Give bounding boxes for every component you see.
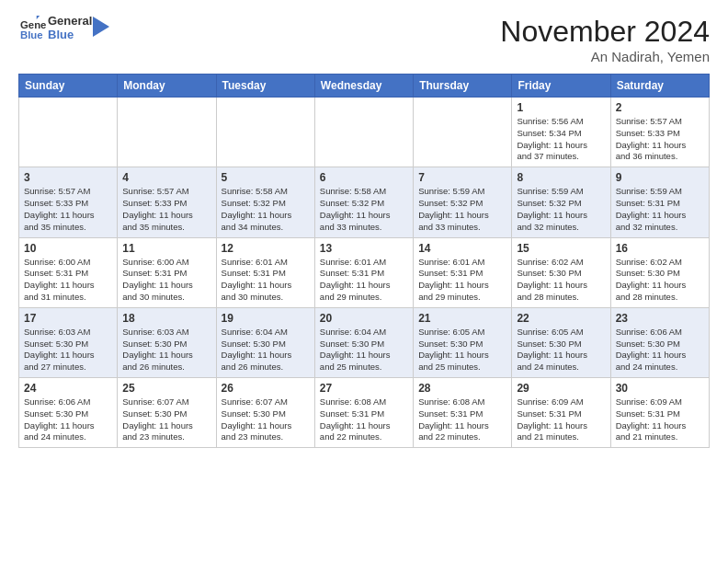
day-number: 10 — [24, 242, 112, 255]
table-row: 28Sunrise: 6:08 AM Sunset: 5:31 PM Dayli… — [414, 378, 512, 448]
header-saturday: Saturday — [610, 75, 709, 98]
day-info: Sunrise: 5:59 AM Sunset: 5:31 PM Dayligh… — [616, 186, 704, 233]
header-friday: Friday — [512, 75, 610, 98]
day-number: 13 — [320, 242, 408, 255]
day-info: Sunrise: 6:08 AM Sunset: 5:31 PM Dayligh… — [418, 396, 506, 443]
table-row: 29Sunrise: 6:09 AM Sunset: 5:31 PM Dayli… — [512, 378, 610, 448]
day-info: Sunrise: 6:05 AM Sunset: 5:30 PM Dayligh… — [418, 327, 506, 373]
day-number: 19 — [222, 312, 310, 325]
day-number: 23 — [616, 312, 704, 325]
page: General Blue General Blue November 2024 … — [0, 0, 728, 563]
svg-text:Blue: Blue — [20, 29, 43, 40]
day-info: Sunrise: 6:09 AM Sunset: 5:31 PM Dayligh… — [616, 396, 704, 443]
table-row: 23Sunrise: 6:06 AM Sunset: 5:30 PM Dayli… — [610, 307, 709, 377]
table-row: 16Sunrise: 6:02 AM Sunset: 5:30 PM Dayli… — [610, 237, 709, 307]
table-row: 8Sunrise: 5:59 AM Sunset: 5:32 PM Daylig… — [512, 167, 610, 237]
day-number: 30 — [616, 382, 704, 395]
table-row: 26Sunrise: 6:07 AM Sunset: 5:30 PM Dayli… — [216, 378, 314, 448]
table-row — [314, 98, 413, 167]
day-info: Sunrise: 5:57 AM Sunset: 5:33 PM Dayligh… — [616, 116, 704, 163]
day-info: Sunrise: 6:01 AM Sunset: 5:31 PM Dayligh… — [222, 257, 310, 304]
logo-arrow-icon — [93, 17, 109, 37]
day-number: 8 — [517, 171, 605, 184]
day-number: 22 — [517, 312, 605, 325]
calendar-week-row: 24Sunrise: 6:06 AM Sunset: 5:30 PM Dayli… — [19, 378, 710, 448]
day-number: 11 — [122, 242, 210, 255]
day-info: Sunrise: 6:01 AM Sunset: 5:31 PM Dayligh… — [418, 257, 506, 304]
table-row: 15Sunrise: 6:02 AM Sunset: 5:30 PM Dayli… — [512, 237, 610, 307]
logo-general: General — [48, 14, 92, 28]
day-info: Sunrise: 6:04 AM Sunset: 5:30 PM Dayligh… — [222, 327, 310, 373]
table-row — [414, 98, 512, 167]
header-sunday: Sunday — [19, 75, 118, 98]
day-number: 6 — [320, 171, 408, 184]
day-info: Sunrise: 6:02 AM Sunset: 5:30 PM Dayligh… — [517, 257, 605, 304]
table-row: 22Sunrise: 6:05 AM Sunset: 5:30 PM Dayli… — [512, 307, 610, 377]
table-row: 10Sunrise: 6:00 AM Sunset: 5:31 PM Dayli… — [19, 237, 118, 307]
day-number: 9 — [616, 171, 704, 184]
day-number: 5 — [222, 171, 310, 184]
day-info: Sunrise: 5:58 AM Sunset: 5:32 PM Dayligh… — [222, 186, 310, 233]
table-row: 11Sunrise: 6:00 AM Sunset: 5:31 PM Dayli… — [118, 237, 216, 307]
calendar-week-row: 1Sunrise: 5:56 AM Sunset: 5:34 PM Daylig… — [19, 98, 710, 167]
day-info: Sunrise: 6:02 AM Sunset: 5:30 PM Dayligh… — [616, 257, 704, 304]
day-info: Sunrise: 6:06 AM Sunset: 5:30 PM Dayligh… — [616, 327, 704, 373]
day-info: Sunrise: 5:56 AM Sunset: 5:34 PM Dayligh… — [517, 116, 605, 163]
table-row — [216, 98, 314, 167]
day-info: Sunrise: 6:05 AM Sunset: 5:30 PM Dayligh… — [517, 327, 605, 373]
table-row: 5Sunrise: 5:58 AM Sunset: 5:32 PM Daylig… — [216, 167, 314, 237]
calendar-header-row: Sunday Monday Tuesday Wednesday Thursday… — [19, 75, 710, 98]
day-number: 24 — [24, 382, 112, 395]
table-row: 30Sunrise: 6:09 AM Sunset: 5:31 PM Dayli… — [610, 378, 709, 448]
header-monday: Monday — [118, 75, 216, 98]
day-info: Sunrise: 6:08 AM Sunset: 5:31 PM Dayligh… — [320, 396, 408, 443]
day-info: Sunrise: 6:04 AM Sunset: 5:30 PM Dayligh… — [320, 327, 408, 373]
header-thursday: Thursday — [414, 75, 512, 98]
day-number: 25 — [122, 382, 210, 395]
table-row: 9Sunrise: 5:59 AM Sunset: 5:31 PM Daylig… — [610, 167, 709, 237]
day-number: 16 — [616, 242, 704, 255]
table-row: 17Sunrise: 6:03 AM Sunset: 5:30 PM Dayli… — [19, 307, 118, 377]
day-number: 7 — [418, 171, 506, 184]
day-info: Sunrise: 6:01 AM Sunset: 5:31 PM Dayligh… — [320, 257, 408, 304]
table-row: 19Sunrise: 6:04 AM Sunset: 5:30 PM Dayli… — [216, 307, 314, 377]
day-number: 18 — [122, 312, 210, 325]
table-row: 20Sunrise: 6:04 AM Sunset: 5:30 PM Dayli… — [314, 307, 413, 377]
day-info: Sunrise: 5:59 AM Sunset: 5:32 PM Dayligh… — [517, 186, 605, 233]
logo: General Blue General Blue — [18, 15, 109, 42]
table-row: 1Sunrise: 5:56 AM Sunset: 5:34 PM Daylig… — [512, 98, 610, 167]
logo-blue: Blue — [48, 28, 74, 41]
day-number: 27 — [320, 382, 408, 395]
table-row: 25Sunrise: 6:07 AM Sunset: 5:30 PM Dayli… — [118, 378, 216, 448]
header: General Blue General Blue November 2024 … — [18, 15, 710, 64]
day-number: 14 — [418, 242, 506, 255]
table-row: 14Sunrise: 6:01 AM Sunset: 5:31 PM Dayli… — [414, 237, 512, 307]
svg-text:General: General — [20, 19, 46, 30]
calendar-week-row: 3Sunrise: 5:57 AM Sunset: 5:33 PM Daylig… — [19, 167, 710, 237]
table-row: 12Sunrise: 6:01 AM Sunset: 5:31 PM Dayli… — [216, 237, 314, 307]
day-info: Sunrise: 6:06 AM Sunset: 5:30 PM Dayligh… — [24, 396, 112, 443]
header-tuesday: Tuesday — [216, 75, 314, 98]
table-row: 6Sunrise: 5:58 AM Sunset: 5:32 PM Daylig… — [314, 167, 413, 237]
day-number: 29 — [517, 382, 605, 395]
logo-icon: General Blue — [20, 16, 46, 41]
table-row: 7Sunrise: 5:59 AM Sunset: 5:32 PM Daylig… — [414, 167, 512, 237]
calendar-week-row: 10Sunrise: 6:00 AM Sunset: 5:31 PM Dayli… — [19, 237, 710, 307]
day-number: 20 — [320, 312, 408, 325]
day-number: 3 — [24, 171, 112, 184]
table-row: 27Sunrise: 6:08 AM Sunset: 5:31 PM Dayli… — [314, 378, 413, 448]
day-info: Sunrise: 6:00 AM Sunset: 5:31 PM Dayligh… — [24, 257, 112, 304]
day-info: Sunrise: 6:09 AM Sunset: 5:31 PM Dayligh… — [517, 396, 605, 443]
day-number: 17 — [24, 312, 112, 325]
svg-marker-3 — [93, 17, 109, 37]
day-info: Sunrise: 5:57 AM Sunset: 5:33 PM Dayligh… — [122, 186, 210, 233]
table-row: 18Sunrise: 6:03 AM Sunset: 5:30 PM Dayli… — [118, 307, 216, 377]
table-row — [19, 98, 118, 167]
day-info: Sunrise: 5:59 AM Sunset: 5:32 PM Dayligh… — [418, 186, 506, 233]
table-row: 4Sunrise: 5:57 AM Sunset: 5:33 PM Daylig… — [118, 167, 216, 237]
day-number: 4 — [122, 171, 210, 184]
table-row: 13Sunrise: 6:01 AM Sunset: 5:31 PM Dayli… — [314, 237, 413, 307]
calendar-subtitle: An Nadirah, Yemen — [500, 49, 710, 64]
day-number: 2 — [616, 101, 704, 114]
title-block: November 2024 An Nadirah, Yemen — [500, 15, 710, 64]
